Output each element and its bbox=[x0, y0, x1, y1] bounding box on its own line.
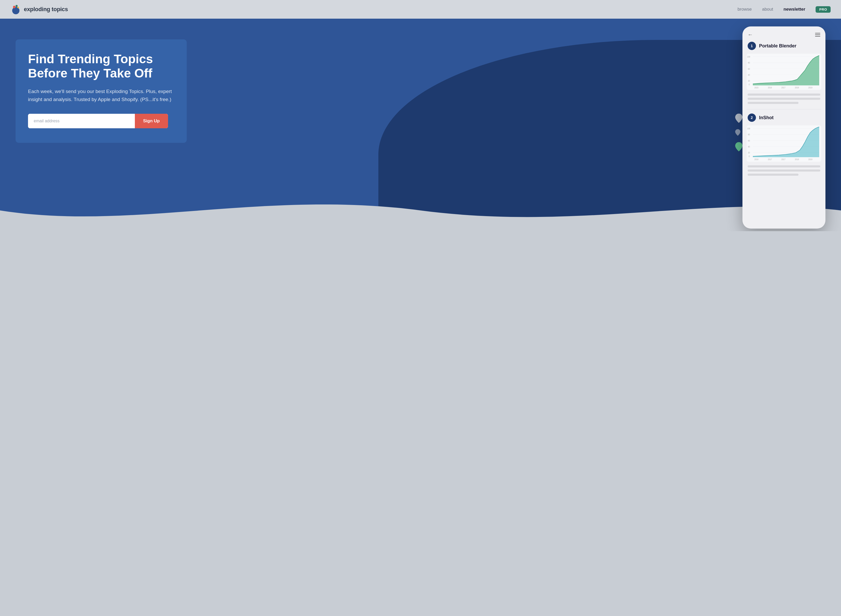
logo-area: exploding topics bbox=[10, 4, 738, 15]
topic-line-1b bbox=[748, 98, 820, 100]
svg-text:0: 0 bbox=[749, 84, 750, 86]
menu-icon[interactable] bbox=[815, 33, 820, 37]
topic-lines-2 bbox=[747, 165, 821, 176]
topic-name-2: InShot bbox=[759, 115, 773, 120]
topic-line-1a bbox=[748, 94, 820, 95]
email-input[interactable] bbox=[28, 114, 135, 128]
svg-text:40: 40 bbox=[748, 146, 750, 148]
svg-text:2018: 2018 bbox=[795, 87, 799, 89]
svg-text:80: 80 bbox=[748, 133, 750, 136]
hero-section: Find Trending Topics Before They Take Of… bbox=[0, 19, 841, 231]
svg-text:2017: 2017 bbox=[781, 87, 785, 89]
topic-card-2: 2 InShot 2016 2017 2017 2018 bbox=[747, 113, 821, 176]
chart-svg-2: 2016 2017 2017 2018 2019 100 80 60 40 20… bbox=[747, 125, 821, 162]
logo-icon bbox=[10, 4, 21, 15]
map-pin-2 bbox=[735, 129, 740, 136]
map-pin-3 bbox=[735, 142, 742, 151]
svg-text:2018: 2018 bbox=[795, 158, 799, 161]
signup-button[interactable]: Sign Up bbox=[135, 114, 168, 128]
topic-card-1: 1 Portable Blender bbox=[747, 42, 821, 104]
svg-text:2017: 2017 bbox=[781, 158, 785, 161]
svg-text:2017: 2017 bbox=[768, 158, 772, 161]
nav-about[interactable]: about bbox=[762, 7, 773, 12]
map-pin-1 bbox=[735, 113, 742, 123]
svg-text:2016: 2016 bbox=[768, 87, 772, 89]
svg-text:2016: 2016 bbox=[754, 158, 759, 161]
svg-text:20: 20 bbox=[748, 152, 750, 154]
svg-text:40: 40 bbox=[748, 74, 750, 76]
svg-text:2019: 2019 bbox=[808, 87, 813, 89]
chart-area-2: 2016 2017 2017 2018 2019 100 80 60 40 20… bbox=[747, 125, 821, 162]
signup-form: Sign Up bbox=[28, 114, 168, 128]
topic-lines-1 bbox=[747, 94, 821, 104]
pro-badge[interactable]: PRO bbox=[816, 6, 831, 13]
svg-point-3 bbox=[18, 7, 19, 8]
svg-text:2019: 2019 bbox=[808, 158, 813, 161]
topic-number-1: 1 bbox=[748, 42, 756, 50]
header: exploding topics browse about newsletter… bbox=[0, 0, 841, 19]
svg-text:100: 100 bbox=[747, 56, 750, 58]
phone-mockup: ← 1 Portable Blender bbox=[742, 26, 825, 229]
svg-text:80: 80 bbox=[748, 62, 750, 64]
topic-line-2c bbox=[748, 174, 798, 176]
topic-line-2b bbox=[748, 170, 820, 172]
map-pins bbox=[735, 113, 742, 151]
hero-headline: Find Trending Topics Before They Take Of… bbox=[28, 52, 174, 80]
svg-point-1 bbox=[13, 6, 16, 8]
svg-text:60: 60 bbox=[748, 67, 750, 70]
topic-title-row-2: 2 InShot bbox=[747, 113, 821, 122]
topic-title-row-1: 1 Portable Blender bbox=[747, 42, 821, 50]
nav-newsletter[interactable]: newsletter bbox=[784, 7, 805, 12]
main-nav: browse about newsletter PRO bbox=[738, 6, 831, 13]
back-icon[interactable]: ← bbox=[748, 32, 753, 38]
topic-name-1: Portable Blender bbox=[759, 43, 796, 49]
chart-svg-1: 2015 2016 2017 2018 2019 100 80 60 40 20… bbox=[747, 54, 821, 90]
logo-text: exploding topics bbox=[24, 6, 68, 13]
phone-header: ← bbox=[747, 32, 821, 38]
topic-line-2a bbox=[748, 165, 820, 167]
hero-subtext: Each week, we'll send you our best Explo… bbox=[28, 88, 174, 103]
topic-line-1c bbox=[748, 102, 798, 104]
chart-area-1: 2015 2016 2017 2018 2019 100 80 60 40 20… bbox=[747, 54, 821, 90]
nav-browse[interactable]: browse bbox=[738, 7, 752, 12]
svg-point-2 bbox=[16, 5, 18, 7]
hero-content-box: Find Trending Topics Before They Take Of… bbox=[16, 40, 187, 143]
topic-number-2: 2 bbox=[748, 113, 756, 122]
hero-wave bbox=[0, 190, 841, 231]
svg-text:2015: 2015 bbox=[754, 87, 759, 89]
svg-text:0: 0 bbox=[749, 155, 750, 158]
svg-text:20: 20 bbox=[748, 80, 750, 82]
svg-text:60: 60 bbox=[748, 139, 750, 142]
svg-text:100: 100 bbox=[747, 128, 750, 130]
